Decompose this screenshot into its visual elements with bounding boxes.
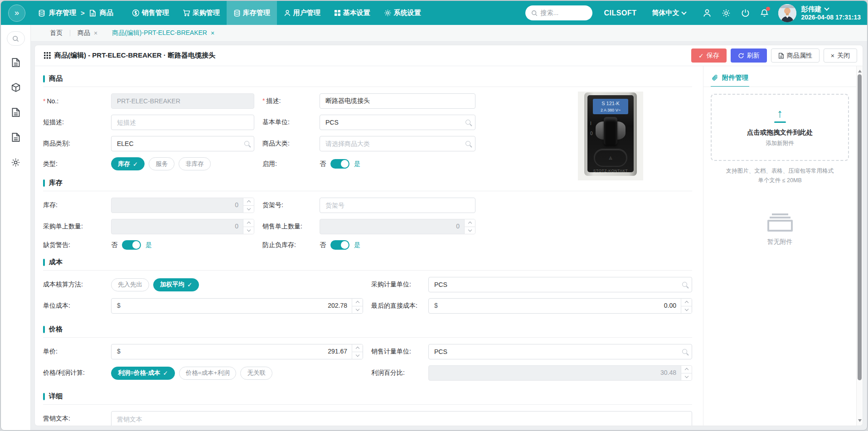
- page-title: 商品(编辑) - PRT-ELEC-BREAKER · 断路器电缆接头: [44, 51, 215, 60]
- gear-icon: [11, 158, 20, 167]
- close-icon[interactable]: ×: [94, 29, 97, 37]
- marketing-text-field[interactable]: [111, 411, 692, 426]
- product-photo[interactable]: S 121-K 2 A 380 V~ I0 ◬ STOTZ-KONTAKT: [578, 92, 643, 180]
- type-option-stock[interactable]: 库存✓: [111, 157, 145, 170]
- tab-product-edit[interactable]: 商品(编辑)-PRT-ELEC-BREAKER ×: [105, 25, 222, 41]
- tab-home[interactable]: 首页: [43, 25, 70, 41]
- breaker-io-marks: I0: [590, 119, 593, 139]
- menu-item-label: 库存管理: [243, 9, 270, 17]
- description-field[interactable]: [320, 93, 475, 109]
- sidebar-expand-button[interactable]: »: [8, 5, 25, 22]
- paperclip-icon: [712, 74, 718, 81]
- notifications-button[interactable]: [756, 5, 772, 21]
- field-label-stock: 库存:: [43, 201, 111, 209]
- rail-settings-button[interactable]: [7, 154, 24, 171]
- avatar[interactable]: [778, 4, 796, 22]
- sales-uom-field[interactable]: [428, 344, 692, 359]
- refresh-button[interactable]: 刷新: [731, 48, 767, 63]
- scroll-up-arrow[interactable]: [858, 68, 862, 73]
- calc-option-profit[interactable]: 利润=价格-成本✓: [111, 367, 175, 380]
- language-selector[interactable]: 简体中文: [652, 9, 686, 17]
- cost-method-weighted-average[interactable]: 加权平均✓: [153, 278, 199, 291]
- database-icon: [233, 10, 241, 17]
- shelf-number-field[interactable]: [320, 198, 475, 213]
- toggle-on-label: 是: [145, 241, 152, 249]
- section-accent-bar: [43, 179, 45, 187]
- profile-button[interactable]: [699, 5, 715, 21]
- search-icon[interactable]: [466, 141, 470, 146]
- menu-item-system-settings[interactable]: 系统设置: [377, 1, 428, 25]
- oos-warning-toggle[interactable]: [122, 240, 141, 250]
- search-icon[interactable]: [682, 282, 687, 287]
- calc-option-none[interactable]: 无关联: [240, 367, 272, 380]
- cost-method-fifo[interactable]: 先入先出: [111, 278, 149, 291]
- stepper[interactable]: [243, 219, 254, 234]
- category-field[interactable]: [111, 136, 254, 151]
- field-label-category: 商品类别:: [43, 140, 111, 148]
- dollar-circle-icon: [132, 9, 140, 17]
- search-icon[interactable]: [682, 349, 687, 354]
- field-label-last-direct-cost: 最后的直接成本:: [371, 302, 428, 310]
- logout-button[interactable]: [737, 5, 753, 21]
- stepper[interactable]: [681, 366, 692, 380]
- attachments-tab[interactable]: 附件管理: [711, 71, 749, 87]
- breadcrumb-page[interactable]: 商品: [100, 9, 113, 17]
- search-icon[interactable]: [466, 120, 470, 125]
- breaker-body: S 121-K 2 A 380 V~ I0 ◬ STOTZ-KONTAKT: [587, 95, 634, 172]
- close-icon[interactable]: ×: [211, 29, 214, 37]
- stepper[interactable]: [464, 219, 475, 234]
- purchase-uom-field[interactable]: [428, 277, 692, 292]
- prevent-negative-toggle[interactable]: [330, 240, 349, 250]
- tab-product-list[interactable]: 商品 ×: [70, 25, 105, 41]
- stepper[interactable]: [243, 198, 254, 213]
- scroll-down-arrow[interactable]: [858, 419, 862, 424]
- search-icon[interactable]: [244, 141, 249, 146]
- section-accent-bar: [43, 393, 45, 400]
- type-option-nonstock[interactable]: 非库存: [179, 157, 211, 170]
- rail-search-button[interactable]: [7, 31, 25, 46]
- stepper[interactable]: [681, 299, 692, 313]
- field-label-marketing-text: 营销文本:: [43, 411, 111, 423]
- content-card: 商品(编辑) - PRT-ELEC-BREAKER · 断路器电缆接头 ✓ 保存…: [35, 45, 863, 426]
- stepper[interactable]: [352, 344, 363, 359]
- vertical-scrollbar[interactable]: [856, 66, 863, 426]
- major-class-field[interactable]: [320, 136, 475, 151]
- check-icon: ✓: [133, 160, 138, 168]
- rail-document-button-1[interactable]: [7, 54, 24, 71]
- unit-cost-field[interactable]: $202.78: [111, 298, 363, 314]
- calc-option-price[interactable]: 价格=成本+利润: [179, 367, 237, 380]
- menu-item-sales[interactable]: 销售管理: [125, 1, 176, 25]
- last-direct-cost-field[interactable]: $0.00: [428, 298, 692, 314]
- user-info[interactable]: 彭伟建 2026-04-08 17:31:13: [801, 5, 861, 21]
- save-button[interactable]: ✓ 保存: [691, 48, 727, 63]
- product-attributes-button[interactable]: 商品属性: [771, 48, 820, 63]
- stepper[interactable]: [352, 299, 363, 313]
- language-label: 简体中文: [652, 9, 679, 17]
- menu-item-inventory[interactable]: 库存管理: [227, 1, 277, 25]
- global-search[interactable]: 搜索...: [525, 5, 592, 20]
- upload-dropzone[interactable]: ↑ 点击或拖拽文件到此处 添加新附件: [711, 94, 849, 161]
- settings-button[interactable]: [718, 5, 734, 21]
- enabled-toggle[interactable]: [330, 159, 349, 169]
- menu-item-basic-settings[interactable]: 基本设置: [327, 1, 377, 25]
- menu-item-users[interactable]: 用户管理: [277, 1, 327, 25]
- breadcrumb-section[interactable]: 库存管理: [49, 9, 76, 17]
- toggle-off-label: 否: [111, 241, 117, 249]
- rail-document-button-3[interactable]: [7, 129, 24, 146]
- toggle-on-label: 是: [354, 241, 360, 249]
- check-icon: ✓: [698, 52, 704, 59]
- type-option-service[interactable]: 服务: [149, 157, 175, 170]
- menu-item-purchase[interactable]: 采购管理: [176, 1, 227, 25]
- rail-document-button-2[interactable]: [7, 104, 24, 121]
- rail-package-button[interactable]: [7, 79, 24, 96]
- field-label-enabled: 启用:: [262, 160, 320, 168]
- short-description-field[interactable]: [111, 115, 254, 130]
- menu-item-label: 采购管理: [193, 9, 220, 17]
- scrollbar-thumb[interactable]: [858, 74, 862, 380]
- field-label-profit-pct: 利润百分比:: [371, 369, 428, 377]
- no-field[interactable]: [111, 93, 254, 109]
- base-unit-field[interactable]: [320, 115, 475, 130]
- search-placeholder: 搜索...: [541, 9, 559, 17]
- unit-price-field[interactable]: $291.67: [111, 344, 363, 359]
- close-page-button[interactable]: × 关闭: [824, 48, 857, 63]
